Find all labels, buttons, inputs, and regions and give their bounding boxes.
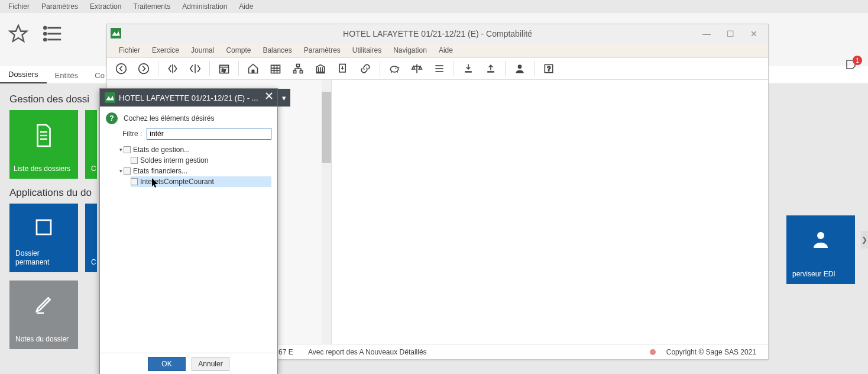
tree-node-interets-compte-courant[interactable]: InteretsCompteCourant: [131, 176, 271, 187]
status-indicator-icon: [650, 349, 656, 355]
star-icon[interactable]: [8, 24, 28, 46]
tile-label: C: [85, 165, 97, 173]
tree-label: Etats de gestion...: [133, 146, 190, 154]
maximize-button[interactable]: ☐: [718, 24, 742, 43]
status-report: Avec report des A Nouveaux Détaillés: [308, 348, 427, 356]
chevron-down-icon[interactable]: ▾: [277, 89, 290, 107]
minimize-button[interactable]: —: [695, 24, 718, 43]
svg-rect-10: [37, 220, 51, 234]
document-arrow-icon[interactable]: [333, 59, 352, 78]
checkbox[interactable]: [124, 146, 131, 153]
child-menu-aide[interactable]: Aide: [433, 45, 459, 56]
building-icon: [33, 217, 54, 240]
modal-title-bar[interactable]: HOTEL LAFAYETTE 01/21-12/21 (E) - ... ▾: [100, 89, 277, 107]
help-icon[interactable]: ?: [539, 59, 558, 78]
notification-badge: 1: [853, 56, 862, 65]
calendar-icon[interactable]: 1y: [215, 59, 234, 78]
svg-rect-44: [487, 71, 494, 73]
svg-rect-29: [271, 65, 280, 73]
grid-icon[interactable]: [266, 59, 285, 78]
tile-label: Liste des dossiers: [9, 165, 78, 173]
child-window-title: HOTEL LAFAYETTE 01/21-12/21 (E) - Compta…: [343, 29, 532, 38]
ok-button[interactable]: OK: [148, 357, 186, 371]
expand-horizontal-icon[interactable]: [186, 59, 205, 78]
tile-superviseur-edi[interactable]: perviseur EDI: [786, 215, 855, 284]
child-menu-balances[interactable]: Balances: [257, 45, 297, 56]
download-icon[interactable]: [459, 59, 478, 78]
balance-icon[interactable]: [407, 59, 426, 78]
scrollbar[interactable]: [322, 80, 331, 344]
svg-rect-35: [294, 70, 296, 73]
tile-liste-dossiers[interactable]: Liste des dossiers: [9, 110, 78, 179]
chevron-down-icon[interactable]: ▾: [118, 147, 124, 153]
child-menu-navigation[interactable]: Navigation: [387, 45, 433, 56]
checkbox[interactable]: [131, 178, 138, 185]
tab-dossiers[interactable]: Dossiers: [0, 66, 47, 83]
svg-rect-34: [297, 65, 300, 67]
collapse-horizontal-icon[interactable]: [163, 59, 182, 78]
tile-label: Notes du dossier: [9, 335, 78, 343]
svg-rect-43: [465, 71, 472, 73]
menu-aide[interactable]: Aide: [233, 1, 259, 12]
svg-rect-22: [111, 28, 121, 38]
tree: ▾ Etats de gestion... Soldes interm gest…: [118, 144, 271, 187]
status-code: 67 E: [278, 348, 293, 356]
child-menu-exercice[interactable]: Exercice: [146, 45, 185, 56]
forward-icon[interactable]: [134, 59, 153, 78]
checkbox[interactable]: [131, 157, 138, 164]
tab-entites[interactable]: Entités: [47, 67, 87, 83]
tile-dossier-permanent[interactable]: Dossier permanent: [9, 204, 78, 272]
child-window-title-bar: HOTEL LAFAYETTE 01/21-12/21 (E) - Compta…: [107, 24, 768, 43]
notification-icon[interactable]: 1: [844, 58, 860, 73]
hierarchy-icon[interactable]: [289, 59, 307, 78]
list-lines-icon[interactable]: [430, 59, 449, 78]
child-menu-utilitaires[interactable]: Utilitaires: [346, 45, 387, 56]
panel-right: [332, 80, 768, 344]
svg-point-6: [44, 38, 46, 41]
child-menu-parametres[interactable]: Paramètres: [298, 45, 346, 56]
upload-icon[interactable]: [481, 59, 500, 78]
svg-point-45: [518, 65, 522, 69]
close-button[interactable]: ✕: [742, 24, 766, 43]
menu-extraction[interactable]: Extraction: [84, 1, 127, 12]
modal-instruction: Cochez les éléments désirés: [124, 114, 214, 122]
tree-node-soldes-interm[interactable]: Soldes interm gestion: [131, 155, 271, 166]
filter-input[interactable]: [147, 128, 271, 140]
tile-notes-dossier[interactable]: Notes du dossier: [9, 280, 78, 349]
main-menu: Fichier Paramètres Extraction Traitement…: [0, 0, 868, 13]
tile-c-green[interactable]: C: [85, 110, 97, 179]
child-menu-fichier[interactable]: Fichier: [113, 45, 146, 56]
close-icon[interactable]: [264, 91, 274, 102]
menu-traitements[interactable]: Traitements: [127, 1, 176, 12]
svg-text:1y: 1y: [222, 68, 226, 73]
bank-icon[interactable]: [311, 59, 330, 78]
svg-point-39: [396, 67, 397, 69]
menu-parametres[interactable]: Paramètres: [35, 1, 84, 12]
checkbox[interactable]: [124, 167, 131, 175]
link-icon[interactable]: [356, 59, 375, 78]
document-icon: [33, 123, 54, 150]
back-icon[interactable]: [112, 59, 131, 78]
pig-icon[interactable]: [385, 59, 404, 78]
status-copyright: Copyright © Sage SAS 2021: [666, 348, 756, 356]
menu-administration[interactable]: Administration: [176, 1, 233, 12]
child-menu: Fichier Exercice Journal Compte Balances…: [107, 43, 768, 57]
expand-right-icon[interactable]: ❯: [861, 231, 868, 249]
svg-marker-0: [10, 25, 27, 41]
tree-label: InteretsCompteCourant: [140, 178, 214, 186]
user-icon[interactable]: [510, 59, 529, 78]
chevron-down-icon[interactable]: ▾: [118, 168, 124, 174]
menu-fichier[interactable]: Fichier: [2, 1, 35, 12]
svg-point-23: [116, 64, 127, 74]
list-icon[interactable]: [43, 24, 63, 46]
modal-body: ? Cochez les éléments désirés Filtre : ▾…: [100, 107, 277, 353]
svg-rect-28: [252, 70, 255, 73]
child-menu-compte[interactable]: Compte: [220, 45, 257, 56]
child-menu-journal[interactable]: Journal: [185, 45, 220, 56]
tree-node-etats-financiers[interactable]: ▾ Etats financiers...: [118, 166, 271, 176]
svg-point-4: [44, 27, 46, 29]
home-icon[interactable]: [244, 59, 263, 78]
tree-node-etats-gestion[interactable]: ▾ Etats de gestion...: [118, 144, 271, 155]
tile-c-blue[interactable]: C: [85, 204, 97, 272]
cancel-button[interactable]: Annuler: [192, 357, 229, 371]
